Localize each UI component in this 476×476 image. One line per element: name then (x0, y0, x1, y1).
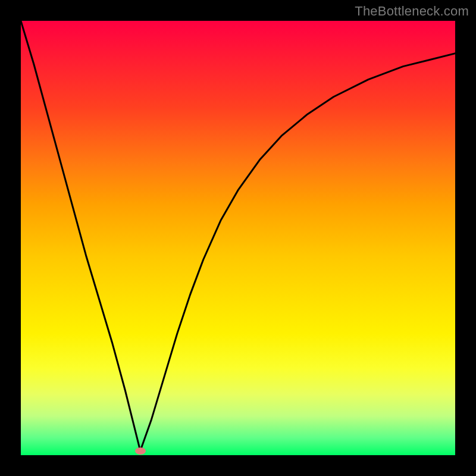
bottleneck-curve-path (21, 21, 455, 451)
chart-frame: TheBottleneck.com (0, 0, 476, 476)
curve-svg (21, 21, 455, 455)
watermark-text: TheBottleneck.com (355, 4, 469, 19)
plot-area (21, 21, 455, 455)
optimal-point-marker (135, 447, 146, 455)
